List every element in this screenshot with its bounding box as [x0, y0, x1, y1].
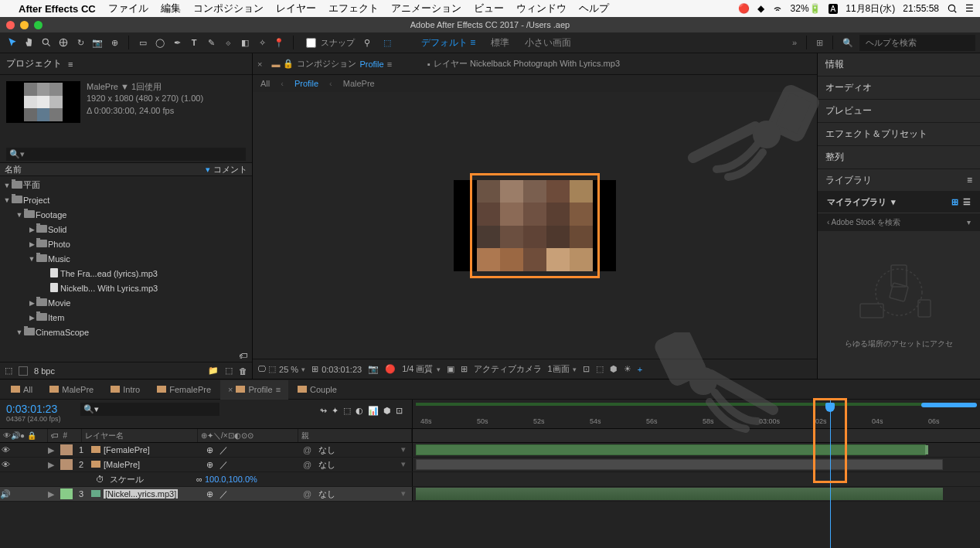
eraser-tool-icon[interactable]: ◧	[237, 35, 253, 50]
quality-dropdown[interactable]: 1/4 画質 ▾	[402, 363, 440, 375]
panel-audio[interactable]: オーディオ	[818, 77, 980, 100]
layer-name[interactable]: [MalePre]	[104, 460, 140, 469]
twirl-icon[interactable]: ▼	[15, 211, 23, 219]
workspace-chevrons-icon[interactable]: »	[792, 38, 797, 47]
project-tree-item[interactable]: ▼CinemaScope	[0, 325, 252, 339]
window-minimize-button[interactable]	[20, 21, 29, 29]
status-wifi-icon[interactable]	[772, 3, 783, 14]
type-tool-icon[interactable]: T	[186, 35, 202, 50]
pan-behind-tool-icon[interactable]: ⊕	[107, 35, 122, 50]
timeline-layer-row[interactable]: 👁▶1[FemalePre]⊕／@なし ▾	[0, 443, 980, 458]
rectangle-tool-icon[interactable]: ▭	[135, 35, 151, 50]
twirl-icon[interactable]: ▶	[28, 240, 36, 248]
layer-duration-bar[interactable]	[416, 444, 926, 455]
twirl-icon[interactable]: ▶	[48, 489, 57, 499]
spotlight-icon[interactable]	[947, 3, 958, 14]
parent-pickwhip-icon[interactable]: @	[303, 445, 315, 454]
project-tree-item[interactable]: ▼Project	[0, 192, 252, 207]
guides-icon[interactable]: ⊡	[583, 364, 590, 374]
library-selector[interactable]: マイライブラリ ▾	[827, 196, 896, 208]
library-grid-view-icon[interactable]: ⊞	[951, 197, 958, 207]
transparency-grid-icon[interactable]: ⊞	[461, 364, 468, 374]
timeline-navigator[interactable]	[921, 403, 977, 407]
project-tree-item[interactable]: ▶Solid	[0, 222, 252, 237]
crumb-profile[interactable]: Profile	[294, 79, 318, 88]
panel-library-title[interactable]: ライブラリ	[825, 174, 872, 187]
timeline-playhead[interactable]	[830, 400, 831, 548]
timeline-layer-row[interactable]: 👁▶2[MalePre]⊕／@なし ▾	[0, 458, 980, 472]
brush-tool-icon[interactable]: ✎	[203, 35, 219, 50]
3d-icon[interactable]: ⬢	[610, 364, 618, 374]
parent-dropdown[interactable]: なし ▾	[315, 488, 412, 500]
project-tree-item[interactable]: The Fra...ead (lyrics).mp3	[0, 266, 252, 281]
project-tree-item[interactable]: ▶Item	[0, 310, 252, 325]
column-parent[interactable]: 親	[298, 429, 412, 442]
timeline-draft3d-icon[interactable]: ⬢	[383, 406, 391, 416]
pen-tool-icon[interactable]: ✒	[169, 35, 185, 50]
help-search-input[interactable]: ヘルプを検索	[859, 35, 975, 51]
selection-tool-icon[interactable]	[5, 35, 20, 50]
layer-duration-bar[interactable]	[416, 488, 943, 500]
timeline-tab[interactable]: MalePre	[42, 380, 101, 399]
project-column-comment[interactable]: コメント	[213, 164, 247, 175]
twirl-icon[interactable]: ▼	[15, 328, 23, 336]
layer-name[interactable]: [FemalePre]	[104, 445, 150, 454]
twirl-icon[interactable]: ▶	[48, 460, 57, 470]
adobe-stock-search[interactable]: ‹ Adobe Stock を検索	[827, 217, 900, 228]
visibility-toggle-icon[interactable]: 👁	[0, 460, 11, 469]
workspace-small[interactable]: 小さい画面	[525, 36, 571, 49]
region-icon[interactable]: ▣	[447, 364, 454, 374]
panel-align[interactable]: 整列	[818, 146, 980, 169]
layer-switch[interactable]: ／	[216, 488, 230, 500]
eye-column-icon[interactable]: 👁	[3, 431, 11, 440]
menu-view[interactable]: ビュー	[474, 2, 504, 15]
project-tree-item[interactable]: ▼Footage	[0, 207, 252, 222]
resolution-timecode[interactable]: ⊞ 0:03:01:23	[311, 364, 362, 374]
timeline-render-icon[interactable]: ⊡	[396, 406, 403, 416]
snap-bounds-icon[interactable]: ⬚	[379, 35, 395, 50]
project-search-input[interactable]: 🔍▾	[6, 148, 246, 161]
tab-menu-icon[interactable]: ≡	[276, 385, 281, 394]
roto-tool-icon[interactable]: ✧	[254, 35, 270, 50]
project-panel-menu-icon[interactable]: ≡	[68, 60, 73, 69]
project-tree-item[interactable]: ▶Photo	[0, 237, 252, 251]
twirl-icon[interactable]: ▶	[48, 445, 57, 455]
twirl-icon[interactable]: ▶	[28, 314, 36, 322]
project-tree-item[interactable]: ▶Movie	[0, 295, 252, 310]
twirl-icon[interactable]: ▼	[3, 182, 11, 189]
app-name[interactable]: After Effects CC	[19, 3, 96, 15]
parent-pickwhip-icon[interactable]: @	[303, 460, 315, 469]
layer-switch[interactable]: ／	[216, 444, 230, 456]
menu-composition[interactable]: コンポジション	[193, 2, 264, 15]
timeline-fx-icon[interactable]: ✦	[332, 406, 339, 416]
timeline-tab[interactable]: FemalePre	[149, 380, 219, 399]
workspace-standard[interactable]: 標準	[491, 36, 509, 49]
project-footer-flow-icon[interactable]: ⬚	[5, 366, 12, 376]
exposure-icon[interactable]: ☀	[624, 364, 631, 374]
project-new-folder-icon[interactable]: 📁	[208, 366, 219, 376]
layer-color-label[interactable]	[60, 488, 73, 499]
window-maximize-button[interactable]	[34, 21, 43, 29]
menu-layer[interactable]: レイヤー	[276, 2, 316, 15]
timeline-tab[interactable]: × Profile ≡	[220, 380, 288, 400]
twirl-icon[interactable]: ▼	[3, 196, 11, 204]
timeline-property-row[interactable]: ⏱スケール∞ 100.0,100.0%	[0, 472, 980, 487]
status-battery[interactable]: 32%🔋	[791, 3, 821, 14]
snap-option-icon[interactable]: ⚲	[359, 35, 375, 50]
timeline-current-timecode[interactable]: 0:03:01:23	[6, 403, 71, 415]
project-delete-icon[interactable]: 🗑	[239, 366, 247, 376]
project-new-comp-icon[interactable]: ⬚	[225, 366, 233, 376]
menu-edit[interactable]: 編集	[161, 2, 181, 15]
parent-dropdown[interactable]: なし ▾	[315, 459, 412, 471]
menu-window[interactable]: ウィンドウ	[516, 2, 567, 15]
timeline-tab[interactable]: Intro	[103, 380, 148, 399]
twirl-icon[interactable]: ▼	[28, 255, 36, 263]
work-area-bar[interactable]	[416, 403, 943, 406]
clone-tool-icon[interactable]: ⟐	[220, 35, 236, 50]
column-layer-name[interactable]: レイヤー名	[82, 429, 198, 442]
composition-viewer[interactable]	[253, 92, 817, 359]
timeline-tab[interactable]: All	[3, 380, 40, 399]
window-close-button[interactable]	[6, 21, 15, 29]
workspace-default[interactable]: デフォルト ≡	[421, 36, 475, 49]
parent-pickwhip-icon[interactable]: @	[303, 489, 315, 499]
